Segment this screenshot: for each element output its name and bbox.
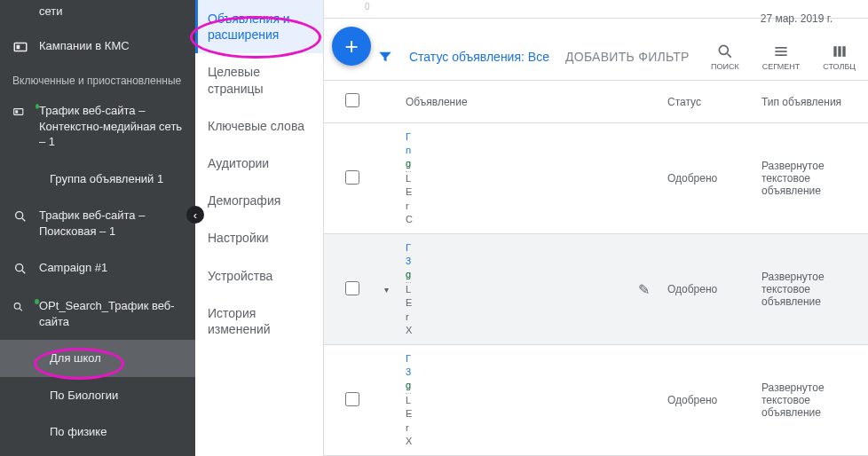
chevron-left-icon: ‹	[193, 208, 197, 222]
row-checkbox[interactable]	[345, 392, 359, 406]
col-header-ad[interactable]: Объявление	[406, 96, 667, 108]
sidebar-item-kmc[interactable]: Кампании в КМС	[0, 28, 195, 66]
timeline-chart[interactable]: 0 27 мар. 2019 г.	[324, 0, 868, 19]
sidebar-item-campaign-1[interactable]: Трафик веб-сайта – Поисковая – 1	[0, 197, 195, 249]
add-filter-button[interactable]: ДОБАВИТЬ ФИЛЬТР	[565, 50, 690, 64]
campaigns-sidebar: сети Кампании в КМС Включенные и приоста…	[0, 0, 195, 456]
edit-ad-button[interactable]: ✎	[638, 281, 650, 298]
menu-demographics[interactable]: Демография	[195, 182, 323, 219]
plus-icon: +	[344, 33, 358, 60]
svg-rect-0	[14, 43, 27, 51]
columns-icon	[831, 43, 848, 60]
menu-keywords[interactable]: Ключевые слова	[195, 107, 323, 145]
sidebar-heading-enabled: Включенные и приостановленные	[0, 66, 195, 92]
filter-icon[interactable]	[377, 49, 393, 65]
segment-button[interactable]: СЕГМЕНТ	[762, 43, 801, 71]
ad-row[interactable]: ▾ Г 3 g L E r X ✎ Одобрено Развернутое т…	[324, 234, 868, 345]
svg-line-7	[22, 271, 25, 273]
search-button[interactable]: ПОИСК	[711, 43, 739, 71]
sidebar-item-campaign-3[interactable]: OPt_Search_Трафик веб-сайта	[0, 287, 195, 340]
sidebar-item-adgroup-biology[interactable]: По Биологии	[0, 377, 195, 414]
display-icon	[12, 104, 28, 120]
svg-rect-1	[17, 45, 20, 50]
ad-status: Одобрено	[667, 283, 761, 295]
main-content: 0 27 мар. 2019 г. Статус объявления: Все…	[324, 0, 868, 456]
menu-change-history[interactable]: История изменений	[195, 295, 323, 348]
filter-toolbar: Статус объявления: Все ДОБАВИТЬ ФИЛЬТР П…	[324, 19, 868, 81]
sidebar-item-adgroup-schools[interactable]: Для школ	[0, 340, 195, 377]
ad-status: Одобрено	[667, 172, 761, 185]
svg-rect-15	[833, 46, 836, 57]
ad-row[interactable]: Г n g L E r C Одобрено Развернутое текст…	[324, 123, 868, 234]
ad-preview: Г 3 g L E r X	[406, 241, 638, 338]
chevron-down-icon[interactable]: ▾	[384, 285, 389, 295]
search-campaign-icon	[12, 208, 28, 224]
ad-type: Развернутое текстовое объявление	[761, 381, 856, 419]
ad-row[interactable]: Г 3 g L E r X Одобрено Развернутое текст…	[324, 345, 868, 456]
menu-landing-pages[interactable]: Целевые страницы	[195, 53, 323, 106]
svg-line-11	[727, 53, 730, 57]
search-campaign-icon	[12, 299, 28, 315]
create-ad-fab[interactable]: +	[332, 27, 371, 66]
col-header-status[interactable]: Статус	[667, 96, 761, 108]
display-icon	[12, 39, 28, 55]
ad-preview: Г 3 g L E r X	[406, 352, 667, 449]
search-campaign-icon	[12, 261, 28, 277]
collapse-sidebar-handle[interactable]: ‹	[186, 206, 204, 224]
menu-audiences[interactable]: Аудитории	[195, 145, 323, 182]
ad-preview: Г n g L E r C	[406, 130, 667, 227]
svg-rect-16	[838, 46, 840, 57]
svg-point-4	[16, 212, 23, 219]
ads-table-header: Объявление Статус Тип объявления	[324, 81, 868, 123]
sidebar-item-networks[interactable]: сети	[0, 0, 195, 28]
date-label: 27 мар. 2019 г.	[761, 12, 832, 25]
sidebar-item-campaign-0[interactable]: Трафик веб-сайта – Контекстно-медийная с…	[0, 92, 195, 161]
page-menu-sidebar: Объявления и расширения Целевые страницы…	[195, 0, 324, 456]
status-filter-chip[interactable]: Статус объявления: Все	[409, 50, 549, 64]
sidebar-item-adgroup-physics[interactable]: По физике	[0, 413, 195, 451]
menu-devices[interactable]: Устройства	[195, 257, 323, 295]
svg-rect-2	[14, 109, 23, 115]
menu-settings[interactable]: Настройки	[195, 219, 323, 256]
col-header-type[interactable]: Тип объявления	[761, 96, 856, 108]
svg-point-6	[16, 264, 23, 271]
svg-rect-3	[15, 110, 18, 113]
svg-line-9	[20, 309, 22, 311]
ad-type: Развернутое текстовое объявление	[761, 160, 856, 197]
svg-point-8	[14, 303, 20, 310]
svg-line-5	[22, 218, 25, 221]
sidebar-item-campaign-2[interactable]: Campaign #1	[0, 249, 195, 287]
search-icon	[716, 43, 734, 60]
ad-type: Развернутое текстовое объявление	[761, 271, 856, 308]
row-checkbox[interactable]	[345, 281, 359, 295]
select-all-checkbox[interactable]	[345, 93, 359, 107]
svg-point-10	[719, 45, 728, 54]
segment-icon	[772, 43, 790, 60]
ad-status: Одобрено	[667, 394, 761, 406]
menu-ads-extensions[interactable]: Объявления и расширения	[195, 0, 323, 53]
sidebar-item-adgroup-0[interactable]: Группа объявлений 1	[0, 161, 195, 198]
columns-button[interactable]: СТОЛБЦ	[823, 43, 856, 71]
svg-rect-17	[842, 46, 845, 57]
row-checkbox[interactable]	[345, 170, 359, 185]
